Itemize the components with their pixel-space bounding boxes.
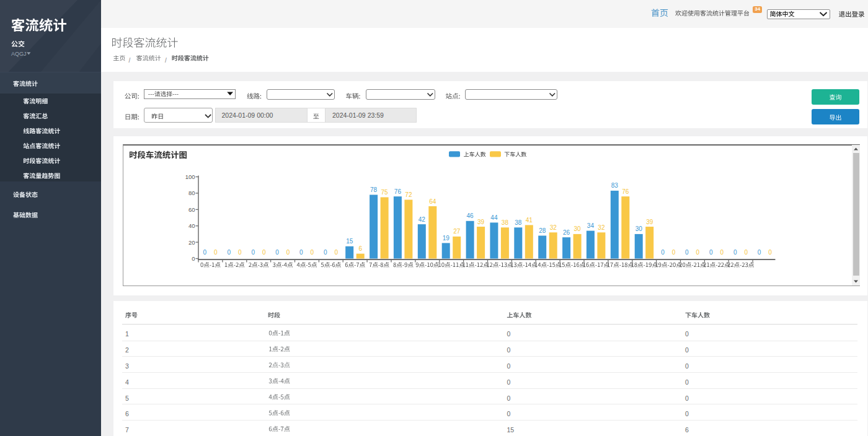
svg-text:30: 30: [636, 225, 643, 232]
svg-text:34: 34: [587, 222, 595, 229]
svg-text:20: 20: [188, 239, 195, 246]
svg-text:0: 0: [709, 249, 713, 256]
svg-text:78: 78: [370, 186, 378, 193]
svg-text:0: 0: [696, 249, 700, 256]
svg-text:0: 0: [228, 249, 231, 256]
svg-text:0: 0: [744, 249, 748, 256]
svg-text:41: 41: [526, 217, 533, 224]
svg-text:0: 0: [299, 249, 303, 256]
svg-text:75: 75: [381, 189, 389, 196]
svg-text:40: 40: [188, 222, 195, 229]
svg-text:60: 60: [188, 206, 195, 213]
svg-text:28: 28: [539, 227, 546, 234]
svg-text:0: 0: [335, 249, 339, 256]
svg-text:0: 0: [720, 249, 724, 256]
svg-text:0: 0: [311, 249, 314, 256]
svg-text:0: 0: [251, 249, 255, 256]
svg-text:0: 0: [672, 249, 676, 256]
svg-text:39: 39: [477, 219, 485, 225]
svg-text:0: 0: [192, 255, 195, 262]
svg-text:0: 0: [286, 249, 290, 256]
svg-text:38: 38: [502, 219, 509, 226]
svg-text:6: 6: [358, 245, 362, 252]
svg-text:19: 19: [443, 235, 450, 242]
svg-text:0: 0: [203, 249, 207, 256]
svg-text:30: 30: [574, 225, 582, 232]
svg-text:0: 0: [733, 249, 737, 256]
svg-text:83: 83: [611, 182, 619, 189]
svg-text:39: 39: [646, 219, 653, 225]
svg-text:0: 0: [758, 249, 761, 256]
svg-text:80: 80: [188, 190, 195, 196]
svg-text:0: 0: [685, 249, 689, 256]
svg-text:64: 64: [429, 198, 436, 205]
svg-text:15: 15: [346, 238, 353, 245]
svg-text:76: 76: [622, 188, 629, 195]
svg-text:32: 32: [550, 224, 557, 231]
svg-text:100: 100: [185, 173, 195, 180]
svg-text:0: 0: [214, 249, 218, 256]
svg-text:0: 0: [262, 249, 266, 256]
svg-text:0: 0: [661, 249, 665, 256]
svg-text:32: 32: [598, 224, 605, 231]
svg-text:0: 0: [324, 249, 327, 256]
svg-text:44: 44: [490, 214, 498, 221]
svg-text:46: 46: [467, 212, 474, 219]
svg-text:0: 0: [768, 249, 772, 256]
svg-text:76: 76: [394, 188, 402, 195]
svg-text:42: 42: [418, 216, 426, 223]
svg-text:0: 0: [275, 249, 279, 256]
svg-text:27: 27: [453, 228, 461, 235]
svg-text:26: 26: [563, 229, 570, 236]
svg-text:38: 38: [515, 219, 522, 226]
svg-text:0: 0: [238, 249, 242, 256]
svg-text:72: 72: [405, 191, 412, 198]
